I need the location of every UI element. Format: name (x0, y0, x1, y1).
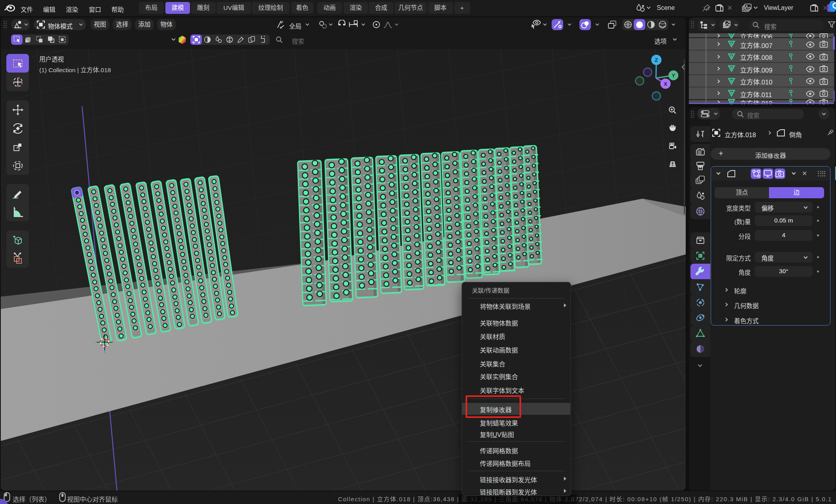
svg-text:X: X (664, 81, 667, 87)
svg-text:Y: Y (672, 73, 675, 79)
svg-text:Z: Z (655, 57, 658, 63)
